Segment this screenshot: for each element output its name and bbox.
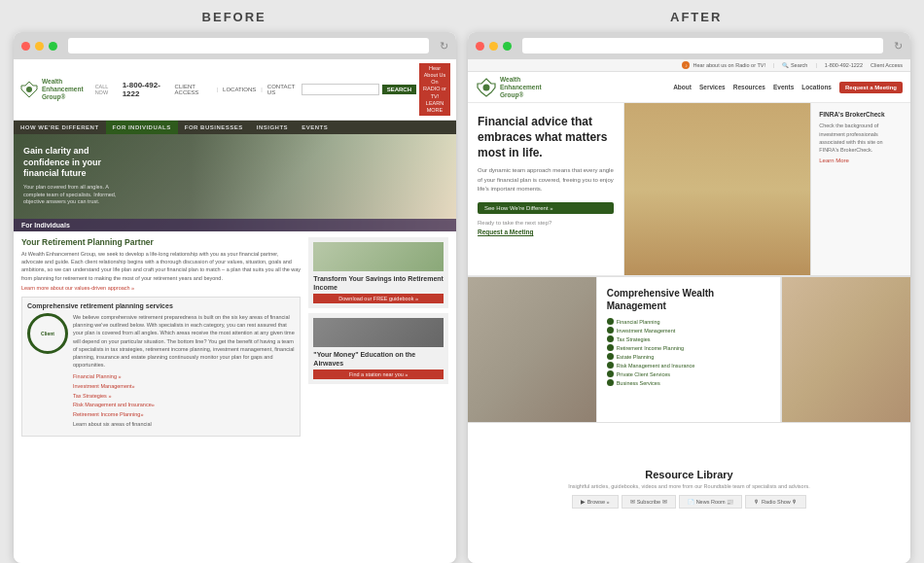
refresh-icon[interactable]: ↻ — [440, 40, 448, 53]
after-resource-title: Resource Library — [645, 469, 732, 480]
close-dot[interactable] — [21, 42, 30, 51]
after-hero-img — [624, 103, 810, 276]
before-search-button[interactable]: SEARCH — [382, 85, 416, 94]
before-card2-btn[interactable]: Find a station near you » — [313, 369, 444, 379]
resource-tab-newsroom[interactable]: 📄 News Room 📰 — [679, 495, 742, 509]
after-wealth-box: Comprehensive Wealth Management Financia… — [597, 277, 782, 421]
after-wealth-item-7[interactable]: Business Services — [607, 379, 771, 386]
after-main-subtitle: Our dynamic team approach means that eve… — [478, 166, 614, 194]
maximize-dot[interactable] — [49, 42, 57, 51]
after-top-bar: ♪ Hear about us on Radio or TV! | 🔍 Sear… — [468, 59, 910, 72]
after-request-link[interactable]: Request a Meeting — [478, 229, 614, 235]
minimize-dot[interactable] — [35, 42, 44, 51]
after-wealth-item-5[interactable]: Risk Management and Insurance — [607, 362, 771, 369]
after-nav-locations[interactable]: Locations — [801, 84, 832, 90]
before-call-now: CALL NOW 1-800-492-1222 — [95, 81, 171, 98]
before-label: BEFORE — [202, 10, 267, 24]
after-client-access[interactable]: Client Access — [871, 62, 903, 68]
pcs-icon — [607, 370, 614, 377]
after-refresh-icon[interactable]: ↻ — [894, 40, 903, 53]
before-body-text: At Wealth Enhancement Group, we seek to … — [21, 250, 301, 282]
after-nav-services[interactable]: Services — [699, 84, 726, 90]
resource-tab-radio[interactable]: 🎙 Radio Show 🎙 — [745, 495, 806, 509]
after-nav: About Services Resources Events Location… — [673, 82, 903, 93]
after-nav-about[interactable]: About — [673, 84, 692, 90]
after-wealth-item-0[interactable]: Financial Planning — [607, 318, 771, 325]
before-search-bar: SEARCH Hear About Us OnRADIO or TV!LEARN… — [302, 63, 450, 116]
svg-point-1 — [26, 87, 32, 92]
before-main: Your Retirement Planning Partner At Weal… — [21, 237, 301, 441]
bs-icon — [607, 379, 614, 386]
before-services-box: Comprehensive retirement planning servic… — [21, 297, 301, 437]
before-sidebar: Transform Your Savings into Retirement I… — [308, 237, 448, 441]
before-services-title: Comprehensive retirement planning servic… — [27, 302, 295, 309]
im-icon — [607, 327, 614, 334]
before-promo-button[interactable]: Hear About Us OnRADIO or TV!LEARN MORE — [419, 63, 450, 116]
after-search-link[interactable]: 🔍 Search — [782, 62, 807, 68]
nav-insights[interactable]: INSIGHTS — [250, 121, 295, 134]
before-section-title: Your Retirement Planning Partner — [21, 237, 301, 247]
before-top-nav: CLIENT ACCESS | LOCATIONS | CONTACT US — [175, 84, 298, 95]
after-ready-text: Ready to take the next step? — [478, 220, 614, 226]
before-client-circle: Client — [27, 313, 68, 354]
after-resource-section: Resource Library Insightful articles, gu… — [468, 423, 910, 554]
after-row1: Financial advice that embraces what matt… — [468, 103, 910, 277]
after-address-bar[interactable] — [522, 38, 883, 53]
after-logo: Wealth Enhancement Group® — [476, 76, 542, 98]
radio-icon: ♪ — [682, 61, 690, 69]
nav-individuals[interactable]: FOR INDIVIDUALS — [106, 121, 178, 134]
after-wealth-item-3[interactable]: Retirement Income Planning — [607, 344, 771, 351]
after-wealth-item-2[interactable]: Tax Strategies — [607, 335, 771, 342]
before-hero-banner: For Individuals — [14, 219, 456, 231]
before-card1-title: Transform Your Savings into Retirement I… — [313, 274, 444, 292]
before-card1-btn[interactable]: Download our FREE guidebook » — [313, 294, 444, 303]
address-bar[interactable] — [68, 38, 429, 53]
resource-tab-subscribe[interactable]: ✉ Subscribe ✉ — [622, 495, 676, 509]
close-dot-after[interactable] — [476, 42, 484, 51]
nav-businesses[interactable]: FOR BUSINESSES — [178, 121, 250, 134]
after-resource-subtitle: Insightful articles, guidebooks, videos … — [568, 483, 810, 489]
after-see-btn[interactable]: See How We're Different » — [478, 202, 614, 214]
before-card2-img — [313, 318, 444, 347]
after-couple2-img — [468, 277, 597, 421]
after-wealth-item-4[interactable]: Estate Planning — [607, 353, 771, 360]
before-search-input[interactable] — [302, 84, 379, 95]
resource-tab-browse[interactable]: ▶ Browse » — [572, 495, 619, 509]
before-browser-chrome: ↻ — [14, 32, 456, 59]
logo-icon — [19, 80, 39, 99]
after-couple3-img — [781, 277, 910, 421]
after-wealth-title: Comprehensive Wealth Management — [607, 287, 771, 312]
after-wealth-item-6[interactable]: Private Client Services — [607, 370, 771, 377]
before-hero-subtitle: Your plan covered from all angles. A com… — [23, 184, 121, 206]
ts-icon — [607, 335, 614, 342]
after-finra-link[interactable]: Learn More — [819, 158, 849, 163]
before-hero-title: Gain clarity and confidence in your fina… — [23, 146, 121, 180]
maximize-dot-after[interactable] — [503, 42, 512, 51]
nav-different[interactable]: HOW WE'RE DIFFERENT — [14, 121, 106, 134]
after-hero-text-box: Financial advice that embraces what matt… — [468, 103, 624, 276]
before-hero-text: Gain clarity and confidence in your fina… — [23, 146, 121, 206]
after-couple-photo — [624, 103, 810, 275]
nav-events[interactable]: EVENTS — [295, 121, 335, 134]
before-nav: HOW WE'RE DIFFERENT FOR INDIVIDUALS FOR … — [14, 121, 456, 134]
after-finra-title: FINRA's BrokerCheck — [819, 111, 903, 118]
before-services-text: We believe comprehensive retirement prep… — [73, 313, 295, 369]
before-hero: Gain clarity and confidence in your fina… — [14, 134, 456, 231]
before-browser: ↻ Wealth Enhancement Group® — [14, 32, 456, 563]
after-request-btn[interactable]: Request a Meeting — [839, 82, 903, 93]
fp-icon — [607, 318, 614, 325]
after-logo-text: Wealth Enhancement Group® — [500, 76, 542, 98]
after-main-title: Financial advice that embraces what matt… — [478, 115, 614, 160]
before-page: Wealth Enhancement Group® CALL NOW 1-800… — [14, 59, 456, 563]
after-page: ♪ Hear about us on Radio or TV! | 🔍 Sear… — [468, 59, 910, 563]
ep-icon — [607, 353, 614, 360]
before-logo-text: Wealth Enhancement Group® — [42, 78, 84, 100]
before-card2: "Your Money" Education on the Airwaves F… — [308, 313, 448, 384]
before-link[interactable]: Learn more about our values-driven appro… — [21, 285, 301, 291]
before-logo: Wealth Enhancement Group® — [19, 78, 84, 100]
after-nav-resources[interactable]: Resources — [733, 84, 765, 90]
after-nav-events[interactable]: Events — [773, 84, 794, 90]
minimize-dot-after[interactable] — [489, 42, 498, 51]
before-card1-img — [313, 242, 444, 271]
after-wealth-item-1[interactable]: Investment Management — [607, 327, 771, 334]
